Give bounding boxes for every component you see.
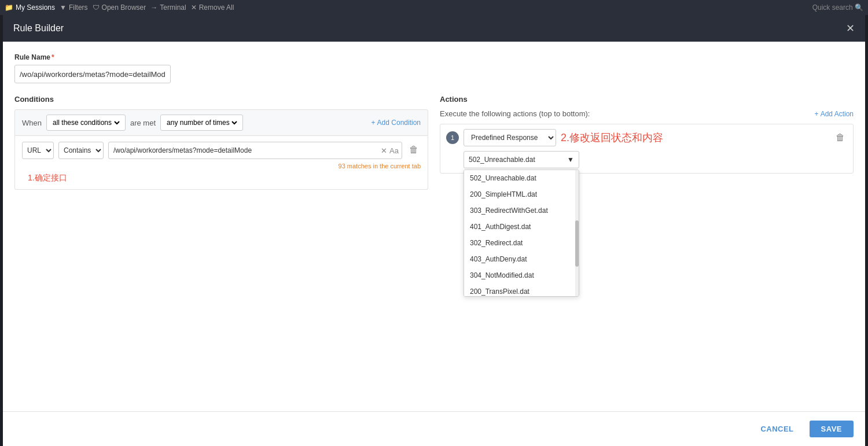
topbar-my-sessions[interactable]: 📁 My Sessions [5,3,55,12]
topbar-filters[interactable]: ▼ Filters [60,3,88,12]
topbar-remove-all[interactable]: ✕ Remove All [191,3,234,12]
close-icon: ✕ [191,3,197,12]
arrow-icon: → [150,3,157,12]
quick-search: Quick search 🔍 [812,3,863,12]
folder-icon: 📁 [5,3,13,12]
topbar-terminal[interactable]: → Terminal [150,3,186,12]
shield-icon: 🛡 [93,3,100,12]
search-icon: 🔍 [855,3,863,12]
top-bar: 📁 My Sessions ▼ Filters 🛡 Open Browser →… [0,0,868,15]
filter-icon: ▼ [60,3,67,12]
topbar-open-browser[interactable]: 🛡 Open Browser [93,3,146,12]
